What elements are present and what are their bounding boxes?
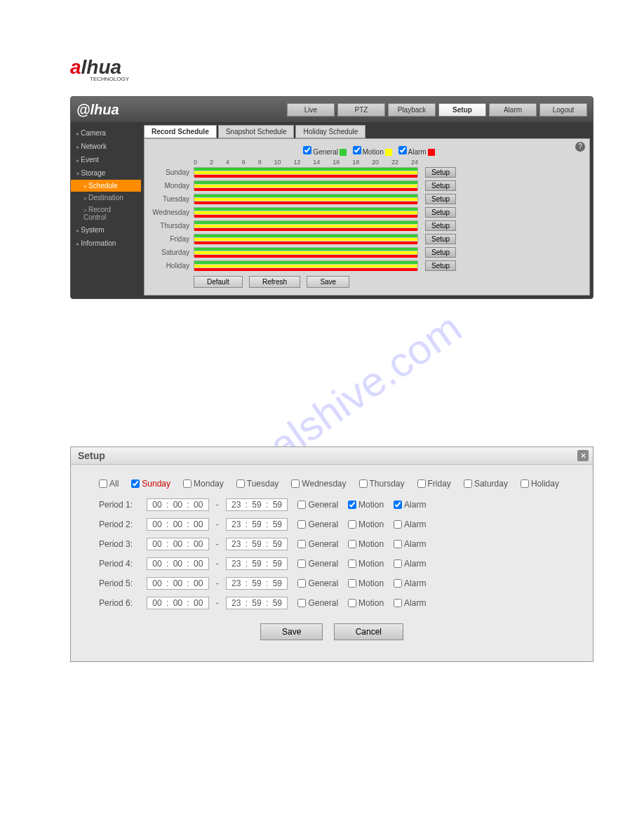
default-button[interactable]: Default bbox=[194, 276, 243, 288]
period-motion-checkbox[interactable]: Motion bbox=[348, 578, 384, 588]
day-label: Wednesday bbox=[152, 208, 194, 216]
row-setup-button[interactable]: Setup bbox=[425, 247, 456, 258]
period-motion-checkbox[interactable]: Motion bbox=[348, 559, 384, 569]
sidebar-sub-record-control[interactable]: Record Control bbox=[71, 204, 141, 223]
dash-icon: - bbox=[216, 500, 219, 510]
period-start-time[interactable]: 00:00:00 bbox=[147, 577, 209, 590]
day-checkbox-wednesday[interactable]: Wednesday bbox=[291, 479, 346, 489]
day-checkbox-thursday[interactable]: Thursday bbox=[359, 479, 405, 489]
schedule-bar[interactable] bbox=[194, 260, 418, 270]
row-setup-button[interactable]: Setup bbox=[425, 260, 456, 271]
period-general-checkbox[interactable]: General bbox=[297, 519, 338, 529]
period-alarm-checkbox[interactable]: Alarm bbox=[394, 598, 426, 608]
nav-logout[interactable]: Logout bbox=[539, 103, 587, 117]
period-start-time[interactable]: 00:00:00 bbox=[147, 557, 209, 570]
sidebar-item-information[interactable]: Information bbox=[71, 237, 141, 250]
legend-general-checkbox[interactable] bbox=[303, 146, 311, 154]
period-general-checkbox[interactable]: General bbox=[297, 500, 338, 510]
dash-icon: - bbox=[216, 598, 219, 608]
period-start-time[interactable]: 00:00:00 bbox=[147, 538, 209, 550]
sidebar-sub-destination[interactable]: Destination bbox=[71, 192, 141, 204]
hour-tick: 16 bbox=[333, 159, 340, 166]
period-general-checkbox[interactable]: General bbox=[297, 578, 338, 588]
day-checkbox-all[interactable]: All bbox=[99, 479, 119, 489]
schedule-bar[interactable] bbox=[194, 207, 418, 217]
nav-live[interactable]: Live bbox=[287, 103, 335, 117]
period-motion-checkbox[interactable]: Motion bbox=[348, 539, 384, 549]
period-end-time[interactable]: 23:59:59 bbox=[226, 597, 288, 609]
period-start-time[interactable]: 00:00:00 bbox=[147, 597, 209, 609]
row-setup-button[interactable]: Setup bbox=[425, 180, 456, 191]
schedule-bar[interactable] bbox=[194, 247, 418, 257]
period-alarm-checkbox[interactable]: Alarm bbox=[394, 578, 426, 588]
row-setup-button[interactable]: Setup bbox=[425, 194, 456, 204]
day-label: Holiday bbox=[152, 262, 194, 270]
period-end-time[interactable]: 23:59:59 bbox=[226, 557, 288, 570]
dash-icon: - bbox=[216, 539, 219, 549]
period-alarm-checkbox[interactable]: Alarm bbox=[394, 539, 426, 549]
help-icon[interactable]: ? bbox=[575, 142, 585, 152]
sidebar-item-network[interactable]: Network bbox=[71, 140, 141, 153]
schedule-bar[interactable] bbox=[194, 167, 418, 177]
period-end-time[interactable]: 23:59:59 bbox=[226, 498, 288, 511]
schedule-bar[interactable] bbox=[194, 194, 418, 204]
nav-setup[interactable]: Setup bbox=[438, 103, 486, 117]
period-start-time[interactable]: 00:00:00 bbox=[147, 498, 209, 511]
day-checkbox-friday[interactable]: Friday bbox=[417, 479, 451, 489]
logo-prefix: a bbox=[70, 56, 81, 78]
nav-playback[interactable]: Playback bbox=[388, 103, 436, 117]
row-setup-button[interactable]: Setup bbox=[425, 207, 456, 218]
day-label: Saturday bbox=[152, 249, 194, 256]
row-setup-button[interactable]: Setup bbox=[425, 220, 456, 231]
row-setup-button[interactable]: Setup bbox=[425, 234, 456, 244]
period-start-time[interactable]: 00:00:00 bbox=[147, 518, 209, 531]
period-general-checkbox[interactable]: General bbox=[297, 559, 338, 569]
dialog-save-button[interactable]: Save bbox=[260, 623, 323, 640]
tab-record-schedule[interactable]: Record Schedule bbox=[144, 125, 217, 138]
tab-holiday-schedule[interactable]: Holiday Schedule bbox=[295, 125, 365, 138]
sidebar-item-camera[interactable]: Camera bbox=[71, 126, 141, 140]
logo-subtitle: TECHNOLOGY bbox=[90, 76, 574, 82]
schedule-bar[interactable] bbox=[194, 234, 418, 244]
sidebar-item-system[interactable]: System bbox=[71, 223, 141, 237]
period-end-time[interactable]: 23:59:59 bbox=[226, 518, 288, 531]
sidebar-item-event[interactable]: Event bbox=[71, 153, 141, 166]
dash-icon: - bbox=[216, 578, 219, 588]
dialog-days-row: AllSundayMondayTuesdayWednesdayThursdayF… bbox=[99, 479, 579, 489]
legend-alarm-checkbox[interactable] bbox=[398, 146, 407, 154]
nav-ptz[interactable]: PTZ bbox=[337, 103, 385, 117]
period-row-5: Period 5:00:00:00-23:59:59GeneralMotionA… bbox=[99, 577, 579, 590]
period-end-time[interactable]: 23:59:59 bbox=[226, 538, 288, 550]
day-checkbox-sunday[interactable]: Sunday bbox=[131, 479, 170, 489]
legend-motion-checkbox[interactable] bbox=[353, 146, 361, 154]
schedule-row: SaturdaySetup bbox=[152, 246, 582, 258]
period-motion-checkbox[interactable]: Motion bbox=[348, 598, 384, 608]
nav-alarm[interactable]: Alarm bbox=[489, 103, 537, 117]
schedule-panel: ? General Motion Alarm 02468101214161820… bbox=[144, 138, 590, 296]
period-alarm-checkbox[interactable]: Alarm bbox=[394, 559, 426, 569]
refresh-button[interactable]: Refresh bbox=[249, 276, 300, 288]
tab-bar: Record ScheduleSnapshot ScheduleHoliday … bbox=[144, 125, 590, 138]
day-label: Friday bbox=[152, 235, 194, 243]
day-checkbox-holiday[interactable]: Holiday bbox=[521, 479, 559, 489]
sidebar-sub-schedule[interactable]: Schedule bbox=[71, 180, 141, 192]
day-checkbox-monday[interactable]: Monday bbox=[183, 479, 224, 489]
day-checkbox-saturday[interactable]: Saturday bbox=[464, 479, 508, 489]
schedule-bar[interactable] bbox=[194, 180, 418, 190]
period-general-checkbox[interactable]: General bbox=[297, 598, 338, 608]
period-motion-checkbox[interactable]: Motion bbox=[348, 519, 384, 529]
sidebar-item-storage[interactable]: Storage bbox=[71, 166, 141, 180]
period-general-checkbox[interactable]: General bbox=[297, 539, 338, 549]
schedule-row: WednesdaySetup bbox=[152, 206, 582, 218]
dialog-cancel-button[interactable]: Cancel bbox=[334, 623, 403, 640]
period-alarm-checkbox[interactable]: Alarm bbox=[394, 519, 426, 529]
save-button[interactable]: Save bbox=[307, 276, 349, 288]
period-motion-checkbox[interactable]: Motion bbox=[348, 500, 384, 510]
row-setup-button[interactable]: Setup bbox=[425, 167, 456, 178]
tab-snapshot-schedule[interactable]: Snapshot Schedule bbox=[218, 125, 295, 138]
schedule-bar[interactable] bbox=[194, 220, 418, 230]
period-alarm-checkbox[interactable]: Alarm bbox=[394, 500, 426, 510]
day-checkbox-tuesday[interactable]: Tuesday bbox=[236, 479, 279, 489]
period-end-time[interactable]: 23:59:59 bbox=[226, 577, 288, 590]
close-icon[interactable]: ✕ bbox=[577, 450, 589, 461]
